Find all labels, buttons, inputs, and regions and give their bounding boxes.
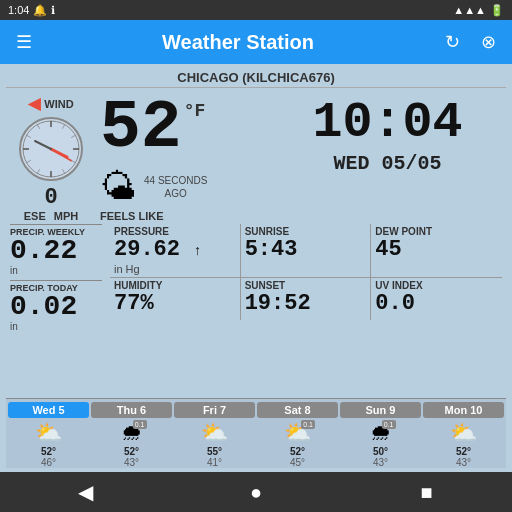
sunset-block: SUNSET 19:52 — [241, 278, 372, 319]
precip-today-unit: in — [10, 321, 102, 332]
feels-like-label: FEELS LIKE — [100, 210, 164, 222]
sunrise-block: SUNRISE 5:43 — [241, 224, 372, 278]
city-label: CHICAGO (KILCHICA676) — [6, 68, 506, 88]
wind-labels: ESE MPH — [24, 210, 78, 222]
home-button[interactable]: ● — [236, 472, 276, 512]
temperature-display: 52 °F — [100, 94, 205, 162]
pressure-value: 29.62 ↑ — [114, 237, 236, 263]
forecast-icons-row: ⛅52°46°🌧0.152°43°⛅55°41°⛅0.152°45°🌧0.150… — [8, 420, 504, 468]
svg-line-5 — [62, 125, 65, 129]
forecast-icon-0: ⛅ — [35, 420, 62, 445]
wind-speed-label: MPH — [54, 210, 78, 222]
left-metrics: PRECIP. WEEKLY 0.22 in PRECIP. TODAY 0.0… — [6, 222, 106, 396]
forecast-low-5: 43° — [456, 457, 471, 468]
svg-line-6 — [71, 135, 75, 138]
disabled-button[interactable]: ⊗ — [476, 30, 500, 54]
weather-icon-row: 🌤 44 SECONDS AGO — [100, 166, 207, 208]
forecast-item-3: ⛅0.152°45° — [257, 420, 338, 468]
forecast-high-4: 50° — [373, 446, 388, 457]
back-button[interactable]: ◀ — [65, 472, 105, 512]
alarm-icon: 🔔 — [33, 4, 47, 17]
top-bar-icons: ↻ ⊗ — [440, 30, 500, 54]
info-icon: ℹ — [51, 4, 55, 17]
precip-weekly-value: 0.22 — [10, 237, 102, 265]
forecast-high-1: 52° — [124, 446, 139, 457]
sunset-label: SUNSET — [245, 280, 367, 291]
uv-block: UV INDEX 0.0 — [371, 278, 502, 319]
forecast-high-5: 52° — [456, 446, 471, 457]
main-content: CHICAGO (KILCHICA676) ◀ WIND — [0, 64, 512, 472]
forecast-badge-3: 0.1 — [301, 420, 315, 429]
precip-weekly-unit: in — [10, 265, 102, 276]
wind-panel: ◀ WIND — [6, 90, 96, 222]
temp-unit: °F — [184, 102, 206, 120]
temp-value: 52 — [100, 94, 182, 162]
wind-icon: ◀ — [28, 94, 40, 113]
temp-section: 52 °F 🌤 44 SECONDS AGO FEELS LIKE — [100, 90, 265, 222]
forecast-icon-2: ⛅ — [201, 420, 228, 445]
uv-value: 0.0 — [375, 291, 498, 317]
wifi-icon: ▲▲▲ — [453, 4, 486, 16]
clock-time: 10:04 — [312, 98, 462, 148]
forecast-item-0: ⛅52°46° — [8, 420, 89, 468]
compass-svg — [21, 119, 81, 179]
forecast-day-0[interactable]: Wed 5 — [8, 402, 89, 418]
wind-text: WIND — [44, 98, 73, 110]
forecast-low-2: 41° — [207, 457, 222, 468]
uv-label: UV INDEX — [375, 280, 498, 291]
svg-line-14 — [35, 141, 51, 149]
content-split: PRECIP. WEEKLY 0.22 in PRECIP. TODAY 0.0… — [6, 222, 506, 396]
forecast-item-2: ⛅55°41° — [174, 420, 255, 468]
refresh-button[interactable]: ↻ — [440, 30, 464, 54]
wind-direction-value: 0 — [44, 185, 57, 210]
top-section: ◀ WIND — [6, 90, 506, 220]
forecast-day-1[interactable]: Thu 6 — [91, 402, 172, 418]
status-bar: 1:04 🔔 ℹ ▲▲▲ 🔋 — [0, 0, 512, 20]
status-left: 1:04 🔔 ℹ — [8, 4, 55, 17]
forecast-high-0: 52° — [41, 446, 56, 457]
status-time: 1:04 — [8, 4, 29, 16]
svg-line-11 — [27, 135, 31, 138]
humidity-value: 77% — [114, 291, 236, 317]
forecast-item-5: ⛅52°43° — [423, 420, 504, 468]
dewpoint-label: DEW POINT — [375, 226, 498, 237]
wind-compass — [19, 117, 83, 181]
forecast-day-3[interactable]: Sat 8 — [257, 402, 338, 418]
sunset-value: 19:52 — [245, 291, 367, 317]
clock-section: 10:04 WED 05/05 — [269, 90, 506, 175]
pressure-label: PRESSURE — [114, 226, 236, 237]
precip-weekly-section: PRECIP. WEEKLY 0.22 in — [10, 224, 102, 276]
forecast-day-5[interactable]: Mon 10 — [423, 402, 504, 418]
sunrise-label: SUNRISE — [245, 226, 367, 237]
precip-today-value: 0.02 — [10, 293, 102, 321]
pressure-block: PRESSURE 29.62 ↑ in Hg — [110, 224, 241, 278]
forecast-low-0: 46° — [41, 457, 56, 468]
status-right: ▲▲▲ 🔋 — [453, 4, 504, 17]
forecast-day-4[interactable]: Sun 9 — [340, 402, 421, 418]
precip-today-section: PRECIP. TODAY 0.02 in — [10, 280, 102, 332]
forecast-low-4: 43° — [373, 457, 388, 468]
svg-line-12 — [37, 125, 40, 129]
forecast-badge-1: 0.1 — [133, 420, 147, 429]
forecast-day-2[interactable]: Fri 7 — [174, 402, 255, 418]
svg-line-10 — [27, 160, 31, 163]
ago-text: 44 SECONDS AGO — [144, 174, 207, 200]
clock-date: WED 05/05 — [333, 152, 441, 175]
humidity-block: HUMIDITY 77% — [110, 278, 241, 319]
forecast-item-4: 🌧0.150°43° — [340, 420, 421, 468]
dewpoint-block: DEW POINT 45 — [371, 224, 502, 278]
forecast-badge-4: 0.1 — [382, 420, 396, 429]
svg-line-8 — [62, 169, 65, 173]
forecast-high-3: 52° — [290, 446, 305, 457]
wind-dir-label: ESE — [24, 210, 46, 222]
dewpoint-value: 45 — [375, 237, 498, 263]
pressure-unit: in Hg — [114, 263, 236, 275]
weather-icon-large: 🌤 — [100, 166, 136, 208]
recent-button[interactable]: ■ — [407, 472, 447, 512]
bottom-nav: ◀ ● ■ — [0, 472, 512, 512]
right-metrics: PRESSURE 29.62 ↑ in Hg SUNRISE 5:43 DEW … — [106, 222, 506, 396]
svg-line-9 — [37, 169, 40, 173]
forecast-days-row: Wed 5Thu 6Fri 7Sat 8Sun 9Mon 10 — [8, 402, 504, 418]
top-bar: ☰ Weather Station ↻ ⊗ — [0, 20, 512, 64]
menu-button[interactable]: ☰ — [12, 30, 36, 54]
